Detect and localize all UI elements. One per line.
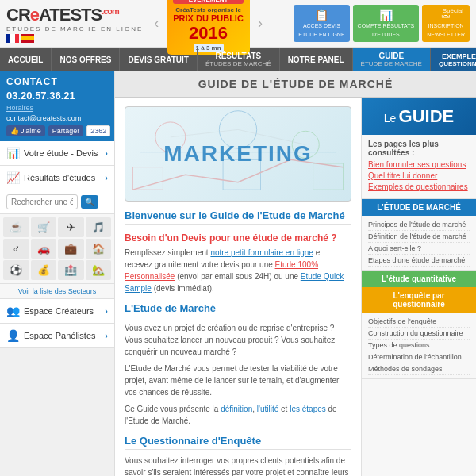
main-inner: MARKETING Bienvenue sur le Guide de l'Et… — [115, 98, 476, 476]
etude-perso-link[interactable]: Etude 100% Personnalisée — [125, 260, 318, 281]
enquete-link-4[interactable]: Méthodes de sondages — [368, 363, 470, 375]
thumbs-icon: 👍 — [10, 127, 19, 135]
page-title: GUIDE DE L'ÉTUDE DE MARCHÉ — [115, 71, 476, 98]
devis-heading: Besoin d'un Devis pour une étude de marc… — [125, 232, 351, 244]
icon-cell-5[interactable]: 🚗 — [31, 239, 57, 259]
enquete-section-header: L'enquête par questionnaire — [362, 287, 476, 313]
nav-questionnaires[interactable]: Exemples de QUESTIONNAIRES — [431, 48, 476, 71]
like-label: J'aime — [21, 127, 41, 135]
search-button[interactable]: 🔍 — [81, 195, 98, 209]
logo-com: .com — [102, 6, 119, 15]
banner-prev[interactable]: ‹ — [151, 15, 162, 32]
guide-le: Le — [384, 112, 397, 125]
fb-count: 2362 — [86, 125, 110, 136]
nav-accueil[interactable]: ACCUEIL — [0, 48, 52, 71]
nav-panel-label: NOTRE PANEL — [288, 56, 344, 64]
panelistes-icon: 👤 — [6, 329, 20, 342]
compte-resultats-btn[interactable]: 📊 COMPTE RÉSULTATS D'ETUDES — [353, 5, 420, 42]
utilite-link[interactable]: l'utilité — [257, 405, 278, 413]
icon-cell-3[interactable]: 🎵 — [86, 217, 112, 237]
etapes-link[interactable]: les étapes — [290, 405, 326, 413]
espace-panelistes-item[interactable]: 👤 Espace Panélistes › — [0, 324, 114, 348]
enquete-title: L'enquête par questionnaire — [368, 291, 470, 309]
nav-devis-label: DEVIS GRATUIT — [128, 56, 188, 64]
icon-cell-2[interactable]: ✈ — [58, 217, 84, 237]
icon-cell-8[interactable]: ⚽ — [3, 260, 29, 280]
guide-header: Le GUIDe — [362, 98, 476, 135]
search-input[interactable] — [6, 194, 78, 209]
etude-link-1[interactable]: Définition de l'étude de marché — [368, 231, 470, 243]
popular-link-2[interactable]: Exemples de questionnaires — [368, 182, 470, 191]
bienvenue-section: Bienvenue sur le Guide de l'Etude de Mar… — [125, 209, 351, 225]
nav-resultats[interactable]: RÉSULTATS études de marché — [198, 48, 280, 71]
createurs-icon: 👥 — [6, 305, 20, 317]
votre-etude-item[interactable]: 📊 Votre étude - Devis › — [0, 141, 114, 166]
popular-link-0[interactable]: Bien formuler ses questions — [368, 160, 470, 169]
icon-cell-4[interactable]: ♂ — [3, 239, 29, 259]
enquete-link-1[interactable]: Construction du questionnaire — [368, 328, 470, 340]
logo-cr: CR — [6, 5, 30, 25]
acces-devis-btn[interactable]: 📋 ACCES DEVIS ETUDE EN LIGNE — [294, 5, 349, 42]
popular-title: Les pages les plus consultées : — [368, 140, 470, 157]
etude-section: L'Etude de Marché Vous avez un projet de… — [125, 302, 351, 427]
definition-link[interactable]: définition — [221, 405, 252, 413]
resultats-label: Résultats d'études — [24, 173, 95, 182]
main-content: GUIDE DE L'ÉTUDE DE MARCHÉ — [115, 71, 476, 476]
nav-questionnaires-sub: QUESTIONNAIRES — [439, 60, 476, 67]
etude-link-0[interactable]: Principes de l'étude de marché — [368, 219, 470, 231]
icon-cell-9[interactable]: 💰 — [31, 260, 57, 280]
bar-icon: 📈 — [6, 171, 20, 184]
enquete-link-2[interactable]: Types de questions — [368, 340, 470, 351]
enquete-link-3[interactable]: Détermination de l'échantillon — [368, 351, 470, 363]
contact-phone[interactable]: 03.20.57.36.21 — [6, 90, 108, 102]
icon-cell-7[interactable]: 🏠 — [86, 239, 112, 259]
icon-cell-0[interactable]: ☕ — [3, 217, 29, 237]
fb-share-btn[interactable]: Partager — [48, 125, 84, 136]
etude-p2: L'Etude de Marché vous permet de tester … — [125, 363, 351, 398]
evenement-badge: ÉVÉNEMENT — [173, 0, 244, 4]
nav-devis[interactable]: DEVIS GRATUIT — [120, 48, 197, 71]
guide-title: GUIDe — [399, 106, 455, 126]
popular-link-1[interactable]: Quel titre lui donner — [368, 171, 470, 180]
nav-guide-label: GUIDE — [378, 52, 404, 60]
icon-cell-6[interactable]: 💼 — [58, 239, 84, 259]
contact-title: CONTACT — [6, 76, 108, 87]
share-label: Partager — [52, 127, 80, 135]
formulaire-link[interactable]: notre petit formulaire en ligne — [210, 248, 313, 257]
resultats-arrow: › — [105, 173, 108, 182]
nav-offres[interactable]: NOS OFFRES — [52, 48, 120, 71]
nav-guide[interactable]: GUIDE étude de marché — [353, 48, 431, 71]
espace-panelistes-label: Espace Panélistes — [24, 331, 96, 340]
enquete-link-0[interactable]: Objectifs de l'enquête — [368, 316, 470, 328]
horaires-link[interactable]: Horaires — [6, 104, 33, 112]
nav-panel[interactable]: NOTRE PANEL — [280, 48, 353, 71]
questionnaire-heading: Le Questionnaire d'Enquête — [125, 435, 351, 450]
contact-social: 👍 J'aime Partager 2362 — [6, 125, 108, 136]
year-label: 2016 — [189, 23, 228, 43]
etude-p3: Ce Guide vous présente la définition, l'… — [125, 403, 351, 427]
icon-cell-11[interactable]: 🏡 — [86, 260, 112, 280]
svg-rect-8 — [313, 163, 344, 190]
etude-section-title: L'ÉTUDE DE MARCHÉ — [368, 203, 470, 212]
svg-rect-6 — [132, 167, 163, 190]
voir-liste-link[interactable]: Voir la liste des Secteurs — [0, 284, 114, 299]
etude-link-3[interactable]: Etapes d'une étude de marché — [368, 255, 470, 267]
espace-createurs-item[interactable]: 👥 Espace Créateurs › — [0, 299, 114, 324]
icon-cell-1[interactable]: 🛒 — [31, 217, 57, 237]
prix-label: PRIX DU PUBLIC — [173, 13, 244, 23]
banner-right: 📋 ACCES DEVIS ETUDE EN LIGNE 📊 COMPTE RÉ… — [294, 5, 470, 42]
nav-guide-sub: étude de marché — [361, 60, 422, 67]
organise-label: CréaTests organise le — [175, 6, 241, 13]
fb-like-btn[interactable]: 👍 J'aime — [6, 125, 45, 136]
etude-link-2[interactable]: A quoi sert-elle ? — [368, 243, 470, 255]
resultats-item[interactable]: 📈 Résultats d'études › — [0, 166, 114, 190]
content-area: CONTACT 03.20.57.36.21 Horaires contact@… — [0, 71, 476, 476]
top-banner: CReATESTS.com ETUDES DE MARCHE EN LIGNE … — [0, 0, 476, 48]
panelistes-arrow: › — [105, 331, 108, 340]
icon-cell-10[interactable]: 🏥 — [58, 260, 84, 280]
banner-next[interactable]: › — [255, 15, 266, 32]
acces-label: ACCES DEVIS ETUDE EN LIGNE — [298, 23, 344, 36]
nav-resultats-sub: études de marché — [205, 60, 271, 67]
etude-marche-section-header: L'ÉTUDE DE MARCHÉ — [362, 199, 476, 216]
etude-links-group: Principes de l'étude de marchéDéfinition… — [362, 216, 476, 271]
